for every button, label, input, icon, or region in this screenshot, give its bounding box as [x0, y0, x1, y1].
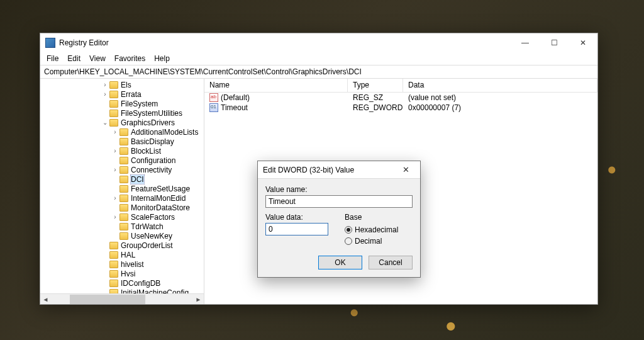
tree-item-label: FeatureSetUsage: [131, 184, 190, 193]
tree-pane[interactable]: ›Els›ErrataFileSystemFileSystemUtilities…: [40, 79, 204, 304]
tree-item-label: Hvsi: [121, 269, 135, 278]
tree-item[interactable]: ›ScaleFactors: [40, 212, 204, 222]
chevron-right-icon[interactable]: ›: [111, 213, 119, 220]
menu-help[interactable]: Help: [150, 54, 174, 64]
folder-icon: [119, 185, 128, 193]
tree-item-label: TdrWatch: [131, 222, 164, 231]
app-icon: [45, 38, 55, 48]
folder-icon: [109, 81, 118, 89]
tree-item[interactable]: GroupOrderList: [40, 241, 204, 250]
dialog-close-icon[interactable]: ✕: [396, 165, 415, 174]
tree-item[interactable]: InitialMachineConfig: [40, 288, 204, 293]
close-button[interactable]: ✕: [569, 33, 597, 52]
string-value-icon: [209, 93, 218, 102]
tree-item-label: hivelist: [121, 260, 144, 269]
col-data[interactable]: Data: [403, 79, 597, 92]
tree-item[interactable]: ⌄GraphicsDrivers: [40, 118, 204, 127]
folder-icon: [109, 261, 118, 268]
chevron-right-icon[interactable]: ›: [101, 91, 109, 98]
radio-decimal[interactable]: Decimal: [345, 235, 413, 247]
chevron-right-icon[interactable]: ›: [111, 166, 119, 173]
chevron-right-icon[interactable]: ›: [111, 147, 119, 154]
tree-item-label: InternalMonEdid: [131, 194, 186, 203]
value-name: (Default): [221, 93, 250, 102]
tree-item-label: Configuration: [131, 156, 175, 165]
tree-item-label: MonitorDataStore: [131, 203, 190, 212]
tree-item-label: IDConfigDB: [121, 279, 160, 288]
chevron-right-icon[interactable]: ›: [101, 81, 109, 88]
value-name-field[interactable]: [265, 195, 413, 208]
folder-icon: [119, 157, 128, 164]
tree-item[interactable]: IDConfigDB: [40, 278, 204, 288]
radio-hexadecimal[interactable]: Hexadecimal: [345, 224, 413, 235]
value-type: REG_SZ: [348, 93, 403, 102]
tree-item[interactable]: ›Els: [40, 80, 204, 89]
radio-icon: [345, 237, 352, 245]
list-row[interactable]: (Default)REG_SZ(value not set): [204, 93, 597, 103]
folder-icon: [109, 119, 118, 127]
base-label: Base: [345, 213, 413, 222]
folder-icon: [109, 270, 118, 278]
tree-item-label: BlockList: [131, 147, 161, 156]
tree-item-label: BasicDisplay: [131, 137, 174, 146]
tree-item[interactable]: ›AdditionalModeLists: [40, 127, 204, 137]
scroll-left-icon[interactable]: ◄: [40, 294, 51, 305]
folder-icon: [119, 138, 128, 145]
tree-item[interactable]: Configuration: [40, 156, 204, 165]
menu-view[interactable]: View: [86, 54, 109, 64]
tree-item[interactable]: BasicDisplay: [40, 137, 204, 146]
tree-item[interactable]: hivelist: [40, 259, 204, 269]
tree-item[interactable]: UseNewKey: [40, 231, 204, 241]
list-header[interactable]: Name Type Data: [204, 79, 597, 93]
folder-icon: [109, 110, 118, 117]
menu-edit[interactable]: Edit: [64, 54, 84, 64]
tree-item[interactable]: FeatureSetUsage: [40, 184, 204, 193]
chevron-right-icon[interactable]: ›: [111, 128, 119, 135]
tree-item-label: GraphicsDrivers: [121, 118, 175, 127]
tree-item[interactable]: HAL: [40, 250, 204, 259]
maximize-button[interactable]: ☐: [540, 33, 569, 52]
folder-icon: [109, 91, 118, 98]
tree-item[interactable]: FileSystem: [40, 99, 204, 108]
folder-icon: [119, 176, 128, 183]
ok-button[interactable]: OK: [318, 256, 362, 269]
tree-item[interactable]: ›InternalMonEdid: [40, 193, 204, 203]
tree-item[interactable]: DCI: [40, 174, 204, 184]
address-bar[interactable]: Computer\HKEY_LOCAL_MACHINE\SYSTEM\Curre…: [40, 65, 597, 79]
list-row[interactable]: TimeoutREG_DWORD0x00000007 (7): [204, 103, 597, 113]
menubar: File Edit View Favorites Help: [40, 52, 597, 65]
value-type: REG_DWORD: [348, 103, 403, 112]
radio-icon: [345, 226, 352, 234]
tree-item[interactable]: TdrWatch: [40, 222, 204, 231]
chevron-right-icon[interactable]: ›: [111, 195, 119, 201]
minimize-button[interactable]: ―: [511, 33, 540, 52]
tree-item[interactable]: ›Errata: [40, 89, 204, 99]
scroll-right-icon[interactable]: ►: [193, 294, 204, 305]
col-type[interactable]: Type: [348, 79, 403, 92]
scroll-thumb[interactable]: [70, 295, 145, 304]
tree-item-label: Els: [121, 81, 131, 89]
folder-icon: [119, 232, 128, 240]
folder-icon: [119, 223, 128, 230]
tree-item-label: DCI: [131, 175, 144, 184]
cancel-button[interactable]: Cancel: [369, 256, 413, 269]
tree-item[interactable]: ›BlockList: [40, 146, 204, 156]
tree-item[interactable]: MonitorDataStore: [40, 203, 204, 212]
titlebar[interactable]: Registry Editor ― ☐ ✕: [40, 33, 597, 52]
menu-file[interactable]: File: [43, 54, 62, 64]
value-data-field[interactable]: [265, 223, 328, 235]
col-name[interactable]: Name: [204, 79, 348, 92]
tree-item[interactable]: FileSystemUtilities: [40, 108, 204, 118]
tree-item-label: InitialMachineConfig: [121, 288, 189, 294]
tree-item-label: FileSystem: [121, 99, 158, 108]
chevron-down-icon[interactable]: ⌄: [101, 119, 109, 126]
dialog-title: Edit DWORD (32-bit) Value: [263, 166, 354, 174]
dialog-titlebar[interactable]: Edit DWORD (32-bit) Value ✕: [258, 161, 420, 179]
tree-h-scrollbar[interactable]: ◄ ►: [40, 293, 204, 304]
tree-item[interactable]: ›Connectivity: [40, 165, 204, 174]
menu-favorites[interactable]: Favorites: [111, 54, 149, 64]
tree-item-label: FileSystemUtilities: [121, 109, 182, 118]
folder-icon: [119, 128, 128, 136]
edit-dword-dialog: Edit DWORD (32-bit) Value ✕ Value name: …: [257, 161, 421, 278]
tree-item[interactable]: Hvsi: [40, 269, 204, 278]
